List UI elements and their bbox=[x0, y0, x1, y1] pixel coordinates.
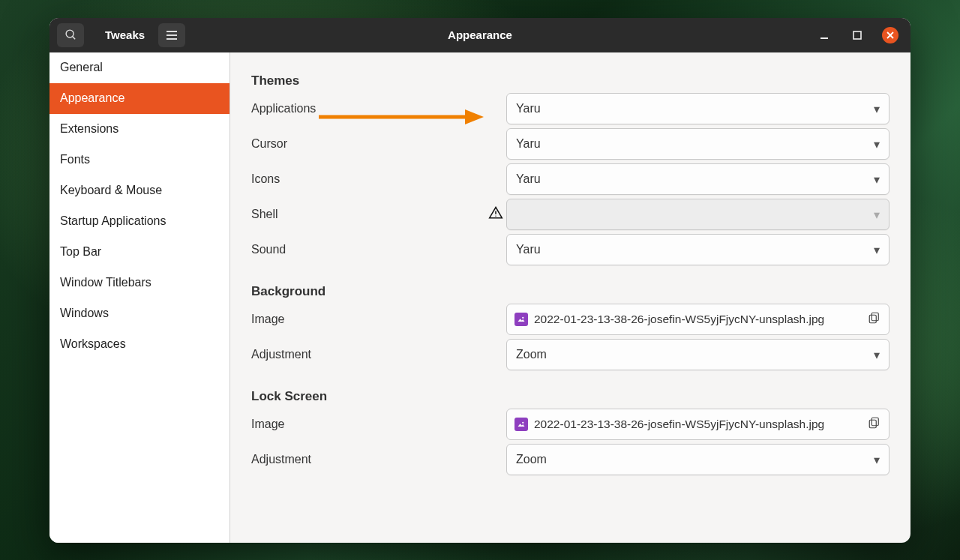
shell-theme-dropdown: ▾ bbox=[506, 199, 890, 230]
row-icons: Icons Yaru ▾ bbox=[251, 162, 890, 197]
svg-rect-12 bbox=[872, 313, 878, 321]
applications-theme-dropdown[interactable]: Yaru ▾ bbox=[506, 93, 890, 124]
sidebar-item-label: Fonts bbox=[60, 153, 90, 166]
row-label: Image bbox=[251, 418, 506, 431]
section-title-lockscreen: Lock Screen bbox=[251, 389, 890, 404]
sidebar-item-label: Extensions bbox=[60, 122, 118, 135]
background-adjustment-dropdown[interactable]: Zoom ▾ bbox=[506, 339, 890, 370]
row-label: Shell bbox=[251, 205, 506, 223]
window-controls bbox=[816, 27, 903, 43]
row-lockscreen-image: Image 2022-01-23-13-38-26-josefin-WS5yjF… bbox=[251, 407, 890, 442]
sidebar-item-label: Window Titlebars bbox=[60, 276, 152, 289]
dropdown-value: Yaru bbox=[516, 102, 541, 115]
sidebar-item-label: Workspaces bbox=[60, 337, 126, 350]
row-label: Sound bbox=[251, 243, 506, 256]
background-image-chooser[interactable]: 2022-01-23-13-38-26-josefin-WS5yjFjycNY-… bbox=[506, 304, 890, 335]
row-sound: Sound Yaru ▾ bbox=[251, 232, 890, 268]
svg-point-11 bbox=[522, 317, 524, 319]
minimize-button[interactable] bbox=[816, 27, 832, 43]
dropdown-value: Zoom bbox=[516, 348, 547, 361]
row-label: Cursor bbox=[251, 137, 506, 151]
row-background-adjustment: Adjustment Zoom ▾ bbox=[251, 337, 890, 373]
row-label: Applications bbox=[251, 102, 506, 115]
cursor-theme-dropdown[interactable]: Yaru ▾ bbox=[506, 128, 890, 160]
sidebar-item-top-bar[interactable]: Top Bar bbox=[50, 237, 230, 268]
sidebar-item-label: General bbox=[60, 61, 103, 73]
file-name: 2022-01-23-13-38-26-josefin-WS5yjFjycNY-… bbox=[534, 313, 824, 326]
chevron-down-icon: ▾ bbox=[874, 243, 880, 257]
svg-rect-16 bbox=[869, 420, 876, 428]
sidebar-item-label: Keyboard & Mouse bbox=[60, 184, 162, 196]
lockscreen-image-chooser[interactable]: 2022-01-23-13-38-26-josefin-WS5yjFjycNY-… bbox=[506, 409, 890, 440]
chevron-down-icon: ▾ bbox=[874, 102, 880, 116]
sidebar-item-startup-applications[interactable]: Startup Applications bbox=[50, 206, 230, 237]
row-label: Icons bbox=[251, 172, 506, 186]
warning-icon bbox=[488, 205, 503, 223]
sidebar-item-extensions[interactable]: Extensions bbox=[50, 114, 230, 145]
hamburger-menu-button[interactable] bbox=[158, 23, 185, 47]
app-title: Tweaks bbox=[105, 28, 145, 41]
search-button[interactable] bbox=[57, 23, 84, 47]
chevron-down-icon: ▾ bbox=[874, 348, 880, 362]
sidebar-item-general[interactable]: General bbox=[50, 52, 230, 83]
close-button[interactable] bbox=[882, 27, 898, 43]
section-title-themes: Themes bbox=[251, 73, 890, 88]
row-shell: Shell ▾ bbox=[251, 197, 890, 232]
sidebar-item-label: Startup Applications bbox=[60, 214, 166, 227]
svg-line-1 bbox=[72, 37, 75, 40]
row-label: Adjustment bbox=[251, 453, 506, 466]
svg-point-14 bbox=[522, 422, 524, 424]
row-label: Adjustment bbox=[251, 348, 506, 361]
svg-point-10 bbox=[495, 216, 496, 217]
sidebar-item-fonts[interactable]: Fonts bbox=[50, 145, 230, 175]
dropdown-value: Yaru bbox=[516, 137, 541, 151]
sidebar-item-label: Top Bar bbox=[60, 245, 101, 258]
section-title-background: Background bbox=[251, 284, 890, 299]
sidebar-item-workspaces[interactable]: Workspaces bbox=[50, 329, 230, 360]
row-lockscreen-adjustment: Adjustment Zoom ▾ bbox=[251, 442, 890, 478]
sidebar-item-windows[interactable]: Windows bbox=[50, 298, 230, 329]
titlebar: Tweaks Appearance bbox=[50, 18, 910, 52]
sidebar-item-window-titlebars[interactable]: Window Titlebars bbox=[50, 268, 230, 298]
tweaks-window: Tweaks Appearance General Appearance Ext… bbox=[50, 18, 910, 543]
sidebar-item-label: Windows bbox=[60, 307, 109, 319]
image-file-icon bbox=[514, 313, 528, 326]
sidebar-item-label: Appearance bbox=[60, 91, 124, 104]
chevron-down-icon: ▾ bbox=[874, 208, 880, 222]
dropdown-value: Yaru bbox=[516, 243, 541, 256]
file-name: 2022-01-23-13-38-26-josefin-WS5yjFjycNY-… bbox=[534, 418, 824, 431]
svg-rect-13 bbox=[869, 315, 876, 323]
row-cursor: Cursor Yaru ▾ bbox=[251, 127, 890, 162]
icons-theme-dropdown[interactable]: Yaru ▾ bbox=[506, 163, 890, 195]
content-pane: Themes Applications Yaru ▾ Cursor Yaru ▾… bbox=[230, 52, 910, 543]
lockscreen-adjustment-dropdown[interactable]: Zoom ▾ bbox=[506, 444, 890, 475]
sidebar-item-keyboard-mouse[interactable]: Keyboard & Mouse bbox=[50, 175, 230, 206]
sound-theme-dropdown[interactable]: Yaru ▾ bbox=[506, 234, 890, 265]
row-label-text: Shell bbox=[251, 208, 278, 221]
dropdown-value: Yaru bbox=[516, 172, 541, 186]
row-label: Image bbox=[251, 313, 506, 326]
file-browse-icon bbox=[868, 416, 881, 433]
file-browse-icon bbox=[868, 311, 881, 328]
svg-rect-6 bbox=[854, 31, 861, 39]
window-body: General Appearance Extensions Fonts Keyb… bbox=[50, 52, 910, 543]
svg-rect-5 bbox=[820, 37, 828, 39]
dropdown-value: Zoom bbox=[516, 453, 547, 466]
svg-point-0 bbox=[66, 30, 74, 37]
chevron-down-icon: ▾ bbox=[874, 137, 880, 151]
row-background-image: Image 2022-01-23-13-38-26-josefin-WS5yjF… bbox=[251, 302, 890, 337]
sidebar-item-appearance[interactable]: Appearance bbox=[50, 83, 230, 114]
sidebar: General Appearance Extensions Fonts Keyb… bbox=[50, 52, 230, 543]
chevron-down-icon: ▾ bbox=[874, 172, 880, 187]
svg-rect-15 bbox=[872, 418, 878, 426]
chevron-down-icon: ▾ bbox=[874, 453, 880, 467]
image-file-icon bbox=[514, 418, 528, 431]
maximize-button[interactable] bbox=[849, 27, 866, 43]
row-applications: Applications Yaru ▾ bbox=[251, 91, 890, 127]
